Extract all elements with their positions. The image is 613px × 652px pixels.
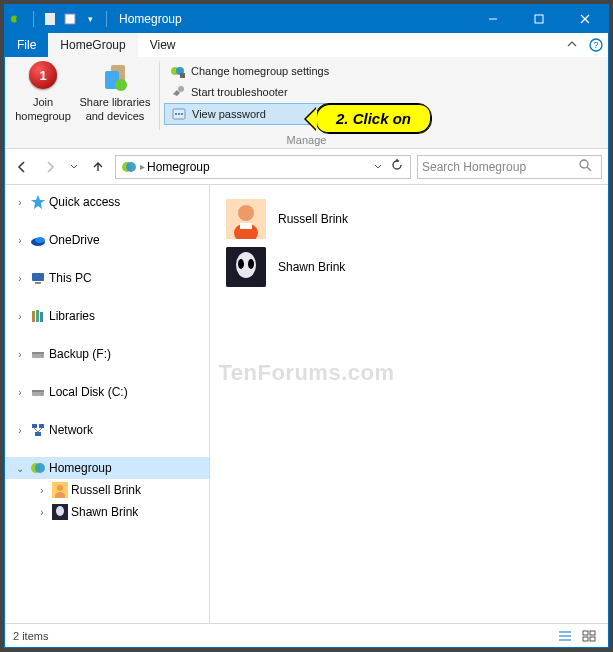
start-troubleshooter-button[interactable]: Start troubleshooter — [164, 82, 335, 102]
content-item-russell[interactable]: Russell Brink — [216, 195, 602, 243]
chevron-right-icon[interactable]: › — [13, 349, 27, 360]
svg-line-45 — [34, 428, 38, 432]
svg-rect-34 — [36, 310, 39, 322]
quick-dropdown-icon[interactable]: ▾ — [82, 11, 98, 27]
drive-icon — [29, 345, 47, 363]
forward-button[interactable] — [39, 156, 61, 178]
window-title: Homegroup — [119, 12, 470, 26]
view-large-icons-button[interactable] — [578, 627, 600, 645]
chevron-right-icon[interactable]: › — [13, 311, 27, 322]
svg-point-30 — [35, 237, 45, 243]
status-count: 2 items — [13, 630, 48, 642]
search-placeholder: Search Homegroup — [422, 160, 579, 174]
tree-homegroup[interactable]: ⌄ Homegroup — [5, 457, 209, 479]
chevron-right-icon[interactable]: › — [35, 507, 49, 518]
user-avatar-icon — [226, 199, 266, 239]
svg-rect-33 — [32, 311, 35, 322]
svg-rect-42 — [32, 424, 37, 428]
svg-point-15 — [115, 79, 127, 91]
refresh-button[interactable] — [386, 158, 408, 175]
close-button[interactable] — [562, 5, 608, 33]
settings-icon — [170, 63, 186, 79]
address-dropdown-icon[interactable] — [370, 160, 386, 174]
content-pane: Russell Brink Shawn Brink — [210, 185, 608, 623]
svg-rect-4 — [65, 14, 75, 24]
svg-line-27 — [587, 167, 591, 171]
svg-marker-28 — [31, 195, 45, 209]
libraries-icon — [29, 307, 47, 325]
svg-point-21 — [175, 113, 177, 115]
onedrive-icon — [29, 231, 47, 249]
content-item-shawn[interactable]: Shawn Brink — [216, 243, 602, 291]
svg-rect-57 — [240, 223, 252, 229]
share-libraries-label: Share libraries and devices — [80, 95, 151, 124]
tab-view[interactable]: View — [138, 33, 188, 57]
chevron-right-icon[interactable]: › — [13, 387, 27, 398]
chevron-right-icon[interactable]: › — [13, 425, 27, 436]
svg-rect-6 — [535, 15, 543, 23]
svg-point-1 — [16, 16, 23, 23]
svg-line-46 — [38, 428, 42, 432]
address-location: Homegroup — [145, 160, 370, 174]
tab-homegroup[interactable]: HomeGroup — [48, 33, 137, 57]
status-bar: 2 items — [5, 623, 608, 647]
annotation-callout: 2. Click on — [315, 103, 432, 134]
content-item-label: Shawn Brink — [278, 260, 345, 274]
user-avatar-icon — [226, 247, 266, 287]
svg-point-38 — [41, 355, 43, 357]
share-libraries-icon — [99, 61, 131, 93]
troubleshooter-icon — [170, 84, 186, 100]
tree-user-shawn[interactable]: › Shawn Brink — [5, 501, 209, 523]
view-password-label: View password — [192, 108, 266, 120]
tree-backup-drive[interactable]: › Backup (F:) — [5, 343, 209, 365]
chevron-down-icon[interactable]: ⌄ — [13, 463, 27, 474]
svg-point-22 — [178, 113, 180, 115]
tree-local-disk[interactable]: › Local Disk (C:) — [5, 381, 209, 403]
change-settings-button[interactable]: Change homegroup settings — [164, 61, 335, 81]
up-button[interactable] — [87, 156, 109, 178]
recent-locations-button[interactable] — [67, 156, 81, 178]
chevron-right-icon[interactable]: › — [35, 485, 49, 496]
tree-libraries[interactable]: › Libraries — [5, 305, 209, 327]
svg-rect-18 — [180, 73, 185, 78]
tree-onedrive[interactable]: › OneDrive — [5, 229, 209, 251]
maximize-button[interactable] — [516, 5, 562, 33]
svg-rect-44 — [35, 432, 41, 436]
chevron-right-icon[interactable]: › — [13, 273, 27, 284]
quick-properties-icon[interactable] — [62, 11, 78, 27]
svg-rect-35 — [40, 312, 43, 322]
quick-doc-icon[interactable] — [42, 11, 58, 27]
user-avatar-icon — [51, 503, 69, 521]
svg-text:?: ? — [593, 40, 598, 50]
search-input[interactable]: Search Homegroup — [417, 155, 602, 179]
back-button[interactable] — [11, 156, 33, 178]
svg-rect-68 — [590, 637, 595, 641]
chevron-right-icon[interactable]: › — [13, 235, 27, 246]
svg-point-50 — [57, 485, 63, 491]
help-icon[interactable]: ? — [584, 33, 608, 57]
svg-point-25 — [126, 162, 136, 172]
tree-this-pc[interactable]: › This PC — [5, 267, 209, 289]
share-libraries-button[interactable]: Share libraries and devices — [77, 59, 153, 124]
tree-user-russell[interactable]: › Russell Brink — [5, 479, 209, 501]
view-details-button[interactable] — [554, 627, 576, 645]
homegroup-app-icon — [9, 11, 25, 27]
search-icon — [579, 159, 595, 175]
ribbon: Join homegroup Share libraries and devic… — [5, 57, 608, 149]
svg-point-53 — [56, 506, 64, 516]
svg-point-55 — [238, 205, 254, 221]
join-homegroup-label: Join homegroup — [15, 95, 71, 124]
tree-network[interactable]: › Network — [5, 419, 209, 441]
ribbon-collapse-icon[interactable] — [560, 33, 584, 57]
tab-file[interactable]: File — [5, 33, 48, 57]
svg-point-60 — [238, 259, 244, 269]
address-field[interactable]: ▸ Homegroup — [115, 155, 411, 179]
chevron-right-icon[interactable]: › — [13, 197, 27, 208]
svg-rect-31 — [32, 273, 44, 281]
content-item-label: Russell Brink — [278, 212, 348, 226]
minimize-button[interactable] — [470, 5, 516, 33]
svg-rect-32 — [35, 282, 41, 284]
view-password-icon — [171, 106, 187, 122]
homegroup-icon — [29, 459, 47, 477]
tree-quick-access[interactable]: › Quick access — [5, 191, 209, 213]
